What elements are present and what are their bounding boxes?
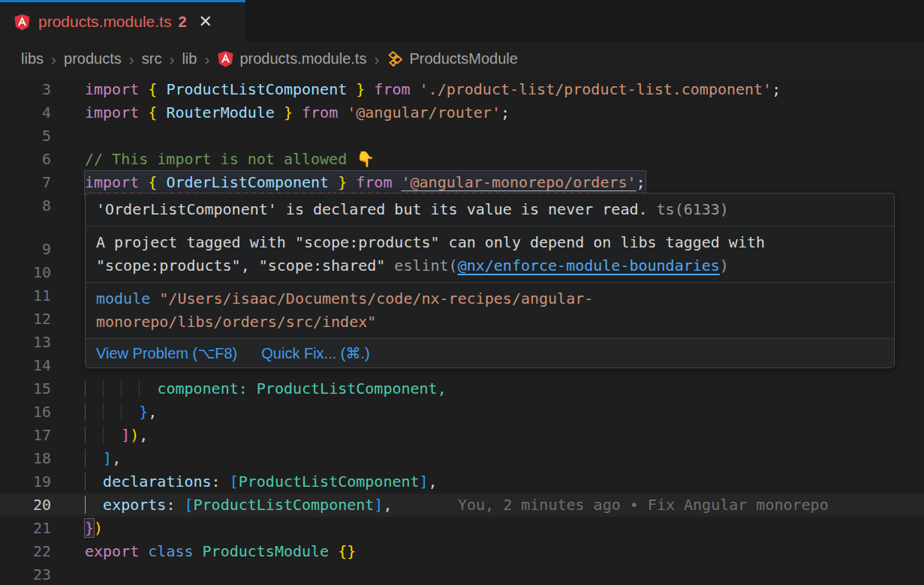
tab-error-count-badge: 2 (178, 14, 186, 31)
tab-title: products.module.ts (38, 13, 171, 31)
line-number[interactable]: 7 (0, 171, 51, 194)
line-number[interactable]: 4 (0, 101, 51, 124)
hover-action-quick[interactable]: Quick Fix... (⌘.) (261, 342, 369, 365)
breadcrumb-label: products (64, 50, 122, 68)
code-token: , (429, 472, 438, 490)
code-token: exports (103, 496, 166, 514)
code-token: 👇 (356, 150, 375, 168)
breadcrumb-separator: › (169, 50, 174, 68)
code-token (103, 380, 121, 398)
line-number[interactable]: 10 (0, 261, 51, 284)
breadcrumb-item-lib[interactable]: lib (182, 50, 197, 68)
code-line[interactable]: 4import { RouterModule } from '@angular/… (0, 101, 924, 124)
code-token: ProductListComponent (239, 472, 420, 490)
close-icon[interactable]: ✕ (199, 14, 212, 30)
code-token: OrderListComponent (166, 173, 329, 191)
line-number[interactable]: 11 (0, 284, 51, 308)
code-token (139, 380, 157, 398)
line-number[interactable]: 16 (0, 400, 51, 424)
hover-text: "/Users/isaac/Documents/code/nx-recipes/… (159, 290, 593, 308)
problem-hover-popup: 'OrderListComponent' is declared but its… (85, 193, 895, 368)
code-token: RouterModule (166, 104, 275, 122)
angular-file-icon (217, 50, 234, 68)
code-line[interactable]: 21}) (0, 517, 924, 540)
line-number[interactable]: 17 (0, 424, 51, 447)
breadcrumb-item-libs[interactable]: libs (21, 50, 44, 68)
line-number[interactable]: 21 (0, 517, 51, 540)
code-token (121, 403, 139, 421)
line-number[interactable]: 19 (0, 470, 51, 494)
breadcrumb-item-src[interactable]: src (142, 50, 162, 68)
tab-products-module[interactable]: products.module.ts 2 ✕ (0, 0, 245, 41)
breadcrumb-item-products[interactable]: products (64, 50, 122, 68)
hover-action-view[interactable]: View Problem (⌥F8) (96, 342, 237, 365)
code-token: , (148, 403, 157, 421)
breadcrumb: libs›products›src›lib› products.module.t… (0, 41, 924, 76)
breadcrumb-item-products-module-ts[interactable]: products.module.ts (217, 50, 366, 68)
hover-section-2: A project tagged with "scope:products" c… (86, 226, 894, 283)
breadcrumb-separator: › (129, 50, 134, 68)
code-line[interactable]: 19 declarations: [ProductListComponent], (0, 470, 924, 494)
hover-text: ts(6133) (648, 200, 729, 218)
code-token (85, 426, 103, 444)
code-text: import { RouterModule } from '@angular/r… (85, 101, 510, 124)
code-line[interactable]: 20 exports: [ProductListComponent],You, … (0, 494, 924, 517)
code-line[interactable]: 16 }, (0, 400, 924, 424)
breadcrumb-separator: › (374, 50, 379, 68)
breadcrumb-label: lib (182, 50, 197, 68)
code-token: from (365, 80, 419, 98)
code-token (85, 380, 103, 398)
code-token: { (148, 80, 166, 98)
code-token: class (148, 542, 202, 560)
code-token: [ (230, 472, 239, 490)
breadcrumb-separator: › (204, 50, 209, 68)
line-number[interactable]: 14 (0, 354, 51, 377)
code-line[interactable]: 22export class ProductsModule {} (0, 540, 924, 563)
line-number[interactable]: 20 (0, 494, 51, 517)
code-token: import (85, 173, 148, 191)
line-number[interactable]: 3 (0, 78, 51, 101)
hover-section-1: 'OrderListComponent' is declared but its… (86, 194, 894, 226)
code-token: ) (130, 426, 139, 444)
code-token (103, 426, 121, 444)
line-number[interactable]: 13 (0, 331, 51, 354)
code-token: {} (338, 542, 356, 560)
code-token: ] (103, 449, 112, 467)
code-token: { (148, 104, 166, 122)
line-number[interactable]: 8 (0, 194, 51, 218)
code-token: : (212, 472, 230, 490)
line-number[interactable]: 12 (0, 308, 51, 331)
line-number[interactable]: 15 (0, 377, 51, 400)
code-line[interactable]: 23 (0, 563, 924, 585)
code-token (85, 403, 103, 421)
code-token: } (275, 104, 293, 122)
code-token: } (139, 403, 148, 421)
hover-text: eslint( (385, 256, 457, 274)
code-line[interactable]: 15 component: ProductListComponent, (0, 377, 924, 400)
code-line[interactable]: 18 ], (0, 447, 924, 470)
breadcrumb-item-productsmodule[interactable]: ProductsModule (387, 50, 518, 68)
eslint-rule-link[interactable]: @nx/enforce-module-boundaries (458, 256, 720, 274)
code-line[interactable]: 7import { OrderListComponent } from '@an… (0, 171, 924, 194)
code-line[interactable]: 3import { ProductListComponent } from '.… (0, 78, 924, 101)
code-token: } (329, 173, 347, 191)
code-token: : (166, 496, 184, 514)
angular-file-icon-slot (217, 50, 234, 68)
code-line[interactable]: 5 (0, 124, 924, 148)
line-number[interactable]: 5 (0, 124, 51, 148)
line-number[interactable]: 18 (0, 447, 51, 470)
code-line[interactable]: 17 ]), (0, 424, 924, 447)
code-token: ] (374, 496, 383, 514)
line-number[interactable]: 22 (0, 540, 51, 563)
line-number[interactable]: 6 (0, 148, 51, 171)
code-line[interactable]: 6// This import is not allowed 👇 (0, 148, 924, 171)
code-token: ProductListComponent (166, 80, 347, 98)
code-token: '@angular/router' (347, 104, 501, 122)
code-text: component: ProductListComponent, (85, 377, 447, 400)
line-number[interactable]: 9 (0, 238, 51, 261)
code-token: ProductsModule (203, 542, 339, 560)
code-token: ; (501, 104, 510, 122)
line-number[interactable]: 23 (0, 563, 51, 585)
angular-tab-icon-slot (14, 14, 31, 31)
code-token: [ (184, 496, 193, 514)
